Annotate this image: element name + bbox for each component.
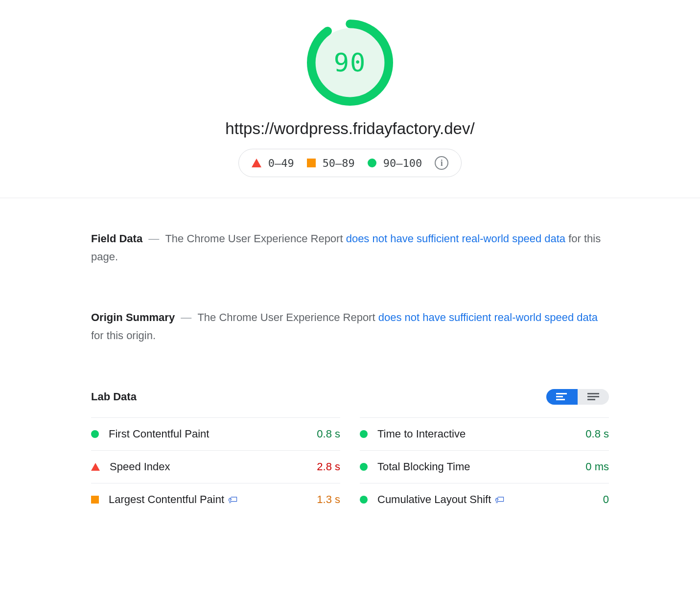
bookmark-icon: 🏷: [228, 494, 238, 505]
svg-rect-2: [556, 393, 567, 394]
circle-icon: [368, 159, 376, 167]
metric-value: 0 ms: [585, 460, 609, 473]
view-compact-button[interactable]: [546, 389, 578, 405]
metric-label: Time to Interactive: [377, 428, 466, 440]
square-icon: [91, 496, 99, 504]
score-value: 90: [307, 20, 393, 106]
score-legend: 0–49 50–89 90–100 i: [238, 149, 462, 177]
metric-label: Total Blocking Time: [377, 460, 470, 473]
svg-rect-7: [587, 399, 595, 400]
triangle-icon: [252, 159, 261, 167]
svg-rect-3: [556, 396, 563, 397]
origin-summary-heading: Origin Summary: [91, 311, 175, 323]
svg-rect-5: [587, 393, 599, 394]
view-expanded-button[interactable]: [578, 389, 609, 405]
bars-long-icon: [587, 393, 599, 401]
metric-label: First Contentful Paint: [109, 428, 209, 440]
circle-icon: [360, 463, 368, 471]
metric-label: Speed Index: [110, 460, 170, 473]
metric-value: 0: [603, 493, 609, 506]
metric-value: 0.8 s: [317, 428, 340, 440]
svg-rect-6: [587, 396, 599, 397]
metric-si: Speed Index 2.8 s: [91, 450, 340, 483]
metric-value: 1.3 s: [317, 493, 340, 506]
page-url: https://wordpress.fridayfactory.dev/: [0, 119, 700, 138]
circle-icon: [360, 496, 368, 504]
metric-label: Largest Contentful Paint: [109, 493, 224, 505]
info-icon[interactable]: i: [435, 156, 448, 170]
square-icon: [307, 159, 316, 167]
legend-avg: 50–89: [323, 157, 355, 169]
legend-poor: 0–49: [268, 157, 294, 169]
metric-fcp: First Contentful Paint 0.8 s: [91, 417, 340, 450]
origin-summary-link[interactable]: does not have sufficient real-world spee…: [378, 311, 598, 323]
view-toggle: [546, 389, 609, 405]
bars-short-icon: [556, 393, 568, 401]
triangle-icon: [91, 463, 100, 471]
field-data-link[interactable]: does not have sufficient real-world spee…: [346, 232, 565, 245]
metric-tti: Time to Interactive 0.8 s: [360, 417, 609, 450]
score-gauge: 90: [307, 20, 393, 106]
field-data-paragraph: Field Data — The Chrome User Experience …: [91, 230, 609, 266]
metric-cls: Cumulative Layout Shift🏷 0: [360, 483, 609, 516]
origin-summary-paragraph: Origin Summary — The Chrome User Experie…: [91, 308, 609, 345]
metric-label: Cumulative Layout Shift: [377, 493, 491, 505]
circle-icon: [91, 430, 99, 438]
bookmark-icon: 🏷: [495, 494, 505, 505]
metric-value: 2.8 s: [317, 460, 340, 473]
lab-data-heading: Lab Data: [91, 390, 137, 403]
field-data-heading: Field Data: [91, 232, 142, 245]
metrics-grid: First Contentful Paint 0.8 s Time to Int…: [91, 417, 609, 516]
metric-lcp: Largest Contentful Paint🏷 1.3 s: [91, 483, 340, 516]
svg-rect-4: [556, 399, 565, 400]
metric-tbt: Total Blocking Time 0 ms: [360, 450, 609, 483]
circle-icon: [360, 430, 368, 438]
legend-good: 90–100: [383, 157, 422, 169]
metric-value: 0.8 s: [585, 428, 609, 440]
